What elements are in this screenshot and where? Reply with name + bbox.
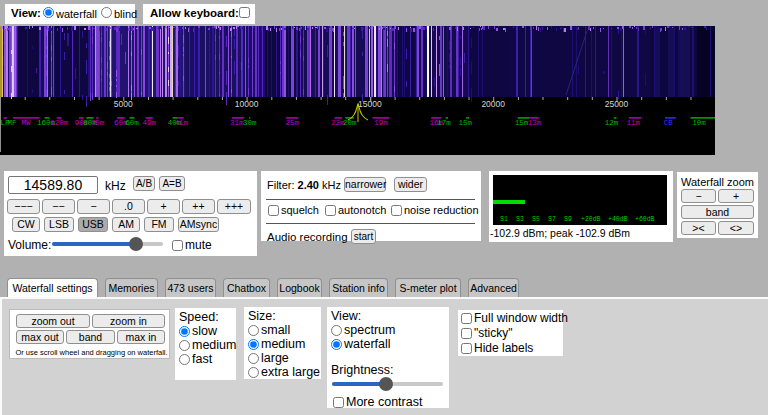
svg-text:17m: 17m [437, 119, 451, 127]
svg-text:25m: 25m [285, 119, 299, 127]
svg-text:MF: MF [7, 119, 16, 127]
svg-text:+60dB: +60dB [635, 216, 655, 223]
svg-text:49m: 49m [142, 119, 156, 127]
svg-text:19m: 19m [374, 119, 388, 127]
svg-text:25000: 25000 [605, 99, 629, 109]
svg-text:120m: 120m [50, 119, 69, 127]
svg-text:11m: 11m [627, 119, 641, 127]
svg-text:10000: 10000 [235, 99, 259, 109]
svg-text:15m: 15m [515, 119, 529, 127]
svg-text:15000: 15000 [358, 99, 382, 109]
svg-text:20m: 20m [343, 119, 357, 127]
svg-text:S5: S5 [532, 216, 540, 223]
svg-text:S9: S9 [564, 216, 572, 223]
svg-text:13m: 13m [528, 119, 542, 127]
svg-text:CB: CB [664, 119, 674, 127]
svg-text:75m: 75m [91, 119, 105, 127]
svg-text:MW: MW [22, 119, 32, 127]
svg-text:30m: 30m [243, 119, 257, 127]
svg-text:S1: S1 [500, 216, 508, 223]
svg-text:41m: 41m [175, 119, 189, 127]
svg-text:60m: 60m [125, 119, 139, 127]
svg-text:12m: 12m [605, 119, 619, 127]
svg-text:10m: 10m [692, 119, 706, 127]
svg-text:S7: S7 [548, 216, 556, 223]
svg-text:15m: 15m [459, 119, 473, 127]
svg-text:S3: S3 [516, 216, 524, 223]
svg-text:+40dB: +40dB [608, 216, 628, 223]
svg-text:20000: 20000 [481, 99, 505, 109]
svg-text:+20dB: +20dB [581, 216, 601, 223]
svg-text:31m: 31m [230, 119, 244, 127]
svg-text:5000: 5000 [114, 99, 133, 109]
